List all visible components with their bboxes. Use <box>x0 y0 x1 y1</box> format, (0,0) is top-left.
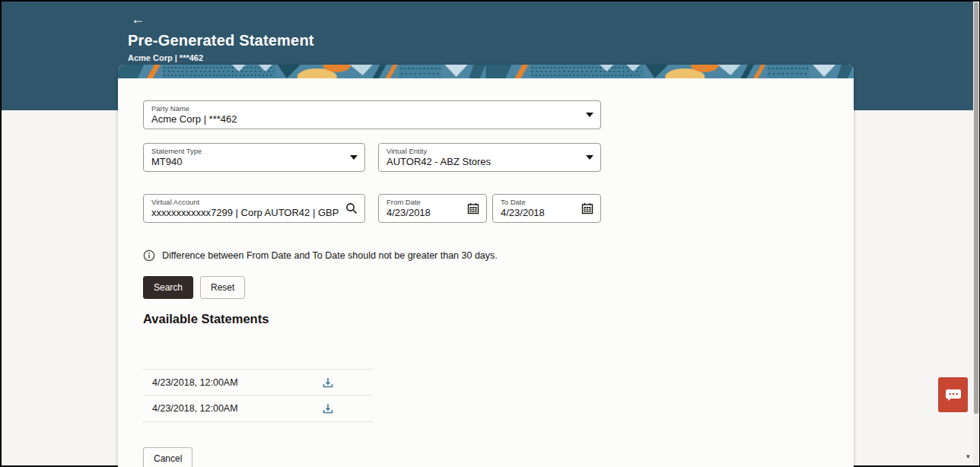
statement-type-label: Statement Type <box>151 147 342 155</box>
virtual-account-input[interactable]: Virtual Account xxxxxxxxxxxx7299 | Corp … <box>143 194 365 223</box>
chat-launcher-button[interactable] <box>938 377 968 412</box>
download-icon[interactable] <box>323 403 333 414</box>
virtual-entity-select[interactable]: Virtual Entity AUTOR42 - ABZ Stores <box>378 143 601 172</box>
decorative-banner-pattern <box>118 65 854 78</box>
scroll-down-icon[interactable]: ▾ <box>966 453 970 460</box>
chat-bubble-icon <box>945 388 962 402</box>
footer-actions: Cancel <box>143 447 192 467</box>
chevron-down-icon[interactable] <box>586 155 593 160</box>
download-icon[interactable] <box>323 377 333 388</box>
virtual-account-value: xxxxxxxxxxxx7299 | Corp AUTOR42 | GBP | … <box>151 206 342 219</box>
chevron-down-icon[interactable] <box>350 155 358 160</box>
party-name-label: Party Name <box>151 104 578 113</box>
statement-date: 4/23/2018, 12:00AM <box>152 377 238 388</box>
party-name-select[interactable]: Party Name Acme Corp | ***462 <box>143 100 601 129</box>
reset-button[interactable]: Reset <box>200 276 245 299</box>
to-date-label: To Date <box>501 198 578 206</box>
from-date-value: 4/23/2018 <box>387 206 463 219</box>
to-date-value: 4/23/2018 <box>501 206 578 219</box>
back-arrow-icon[interactable]: ← <box>131 12 145 26</box>
available-statements-heading: Available Statements <box>143 312 269 326</box>
scrollbar-thumb[interactable] <box>974 2 978 414</box>
from-date-label: From Date <box>387 198 463 206</box>
search-button[interactable]: Search <box>143 276 193 299</box>
virtual-account-label: Virtual Account <box>151 198 342 206</box>
party-name-value: Acme Corp | ***462 <box>151 113 578 125</box>
calendar-icon[interactable] <box>467 202 479 214</box>
form-actions: Search Reset <box>143 276 245 299</box>
virtual-entity-value: AUTOR42 - ABZ Stores <box>387 155 578 168</box>
info-message-text: Difference between From Date and To Date… <box>162 250 498 261</box>
calendar-icon[interactable] <box>581 202 593 214</box>
statements-table: 4/23/2018, 12:00AM 4/23/2018, 12:00AM <box>143 369 373 422</box>
statement-date: 4/23/2018, 12:00AM <box>152 403 238 414</box>
chevron-down-icon[interactable] <box>586 113 593 117</box>
cancel-button[interactable]: Cancel <box>143 447 192 467</box>
date-range-info: Difference between From Date and To Date… <box>143 249 498 262</box>
page-subtitle: Acme Corp | ***462 <box>128 53 203 62</box>
to-date-input[interactable]: To Date 4/23/2018 <box>492 194 601 223</box>
app-window: ← Pre-Generated Statement Acme Corp | **… <box>0 0 980 467</box>
info-icon <box>143 249 155 262</box>
statement-type-value: MT940 <box>151 155 342 168</box>
search-icon[interactable] <box>345 202 358 214</box>
statement-row: 4/23/2018, 12:00AM <box>143 396 373 422</box>
page-title: Pre-Generated Statement <box>128 32 314 49</box>
content-card: Party Name Acme Corp | ***462 Statement … <box>118 65 854 467</box>
virtual-entity-label: Virtual Entity <box>387 147 578 155</box>
statement-type-select[interactable]: Statement Type MT940 <box>143 143 365 172</box>
statement-row: 4/23/2018, 12:00AM <box>143 369 373 396</box>
from-date-input[interactable]: From Date 4/23/2018 <box>378 194 487 223</box>
